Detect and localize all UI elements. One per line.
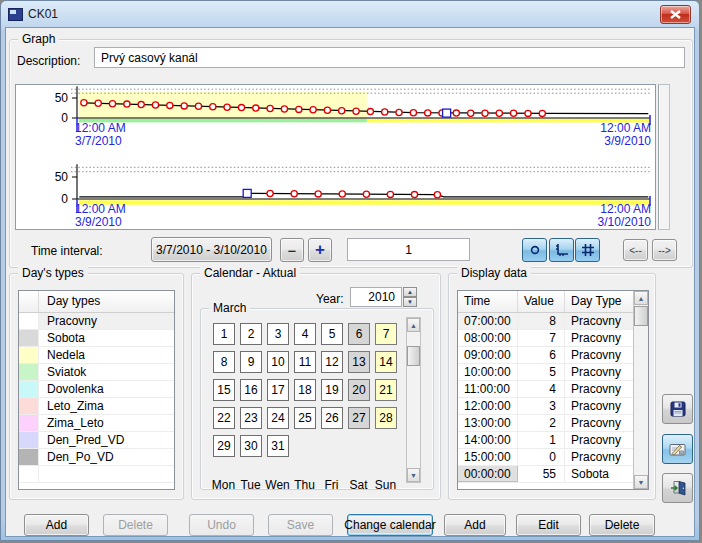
- day-type-row[interactable]: Nedela: [19, 347, 174, 364]
- calendar-day-13[interactable]: 13: [348, 351, 370, 373]
- interval-plus-button[interactable]: +: [308, 238, 332, 262]
- display-data-row[interactable]: 10:00:005Pracovny: [458, 364, 648, 381]
- calendar-day-15[interactable]: 15: [213, 379, 235, 401]
- cell-value: 5: [518, 364, 565, 380]
- calendar-day-6[interactable]: 6: [348, 323, 370, 345]
- display-scroll-up-icon[interactable]: ▲: [634, 291, 648, 305]
- day-type-row-empty[interactable]: [19, 466, 174, 483]
- display-data-row[interactable]: 07:00:008Pracovny: [458, 313, 648, 330]
- calendar-day-27[interactable]: 27: [348, 407, 370, 429]
- save-tool-button[interactable]: [662, 394, 693, 424]
- calendar-scrollbar[interactable]: ▲ ▼: [406, 317, 421, 483]
- display-data-group-label: Display data: [457, 266, 531, 280]
- calendar-day-17[interactable]: 17: [267, 379, 289, 401]
- display-data-row[interactable]: 11:00:004Pracovny: [458, 381, 648, 398]
- description-input[interactable]: Prvý casový kanál: [94, 47, 685, 68]
- day-type-row[interactable]: Leto_Zima: [19, 398, 174, 415]
- calendar-day-12[interactable]: 12: [321, 351, 343, 373]
- year-input[interactable]: 2010: [350, 287, 402, 307]
- interval-count-input[interactable]: 1: [347, 238, 470, 261]
- calendar-day-29[interactable]: 29: [213, 435, 235, 457]
- window-title: CK01: [28, 7, 58, 21]
- edit-tool-button[interactable]: [662, 434, 693, 464]
- display-data-row[interactable]: 00:00:0055Sobota: [458, 466, 648, 483]
- titlebar[interactable]: CK01: [1, 1, 699, 27]
- day-type-row[interactable]: Dovolenka: [19, 381, 174, 398]
- calendar-day-8[interactable]: 8: [213, 351, 235, 373]
- calendar-day-30[interactable]: 30: [240, 435, 262, 457]
- display-data-row[interactable]: 09:00:006Pracovny: [458, 347, 648, 364]
- exit-tool-button[interactable]: [662, 473, 693, 503]
- calendar-day-18[interactable]: 18: [294, 379, 316, 401]
- day-types-group-label: Day's types: [18, 266, 88, 280]
- svg-text:12:00 AM: 12:00 AM: [600, 121, 651, 135]
- app-icon: [8, 8, 23, 21]
- calendar-scroll-thumb[interactable]: [407, 346, 420, 366]
- calendar-day-20[interactable]: 20: [348, 379, 370, 401]
- calendar-day-19[interactable]: 19: [321, 379, 343, 401]
- calendar-scroll-down-icon[interactable]: ▼: [407, 468, 420, 482]
- cell-day-type: Pracovny: [565, 313, 635, 329]
- display-data-row[interactable]: 08:00:007Pracovny: [458, 330, 648, 347]
- calendar-save-button[interactable]: Save: [268, 514, 333, 536]
- day-type-row[interactable]: Zima_Leto: [19, 415, 174, 432]
- calendar-day-25[interactable]: 25: [294, 407, 316, 429]
- display-scroll-down-icon[interactable]: ▼: [634, 475, 648, 489]
- year-up-button[interactable]: ▲: [403, 287, 417, 297]
- calendar-day-11[interactable]: 11: [294, 351, 316, 373]
- cell-value: 55: [518, 466, 565, 482]
- calendar-day-26[interactable]: 26: [321, 407, 343, 429]
- calendar-day-7[interactable]: 7: [375, 323, 397, 345]
- day-type-row[interactable]: Pracovny: [19, 313, 174, 330]
- calendar-day-28[interactable]: 28: [375, 407, 397, 429]
- calendar-day-21[interactable]: 21: [375, 379, 397, 401]
- calendar-day-23[interactable]: 23: [240, 407, 262, 429]
- calendar-day-14[interactable]: 14: [375, 351, 397, 373]
- display-delete-button[interactable]: Delete: [589, 514, 655, 536]
- day-type-row[interactable]: Sviatok: [19, 364, 174, 381]
- toggle-markers-button[interactable]: [522, 238, 547, 262]
- display-edit-button[interactable]: Edit: [516, 514, 581, 536]
- calendar-day-31[interactable]: 31: [267, 435, 289, 457]
- chart-scrollbar[interactable]: [658, 84, 670, 230]
- interval-count-value: 1: [405, 243, 412, 257]
- display-data-row[interactable]: 13:00:002Pracovny: [458, 415, 648, 432]
- toggle-axes-button[interactable]: [549, 238, 574, 262]
- cell-value: 8: [518, 313, 565, 329]
- display-data-row[interactable]: 15:00:000Pracovny: [458, 449, 648, 466]
- close-button[interactable]: [660, 5, 691, 24]
- interval-minus-button[interactable]: −: [280, 238, 304, 262]
- calendar-day-4[interactable]: 4: [294, 323, 316, 345]
- calendar-day-3[interactable]: 3: [267, 323, 289, 345]
- display-data-scrollbar[interactable]: ▲ ▼: [633, 291, 648, 489]
- time-interval-range-button[interactable]: 3/7/2010 - 3/10/2010: [151, 237, 272, 262]
- scroll-forward-button[interactable]: -->: [652, 239, 677, 261]
- display-data-row[interactable]: 12:00:003Pracovny: [458, 398, 648, 415]
- change-calendar-button[interactable]: Change calendar: [347, 514, 433, 536]
- calendar-day-24[interactable]: 24: [267, 407, 289, 429]
- day-type-row[interactable]: Den_Pred_VD: [19, 432, 174, 449]
- day-type-row[interactable]: Den_Po_VD: [19, 449, 174, 466]
- calendar-day-9[interactable]: 9: [240, 351, 262, 373]
- day-type-name: [39, 466, 174, 482]
- day-type-delete-button[interactable]: Delete: [103, 514, 168, 536]
- display-scroll-thumb[interactable]: [634, 306, 648, 326]
- cell-time: 08:00:00: [458, 330, 518, 346]
- toggle-grid-button[interactable]: [575, 238, 600, 262]
- display-data-row[interactable]: 14:00:001Pracovny: [458, 432, 648, 449]
- svg-text:12:00 AM: 12:00 AM: [600, 202, 651, 216]
- day-type-add-button[interactable]: Add: [24, 514, 89, 536]
- display-add-button[interactable]: Add: [444, 514, 506, 536]
- calendar-day-1[interactable]: 1: [213, 323, 235, 345]
- year-down-button[interactable]: ▼: [403, 297, 417, 307]
- calendar-day-2[interactable]: 2: [240, 323, 262, 345]
- calendar-day-5[interactable]: 5: [321, 323, 343, 345]
- calendar-day-22[interactable]: 22: [213, 407, 235, 429]
- calendar-day-10[interactable]: 10: [267, 351, 289, 373]
- calendar-scroll-up-icon[interactable]: ▲: [407, 318, 420, 332]
- calendar-undo-button[interactable]: Undo: [189, 514, 254, 536]
- day-type-row[interactable]: Sobota: [19, 330, 174, 347]
- scroll-back-button[interactable]: <--: [623, 239, 648, 261]
- calendar-day-16[interactable]: 16: [240, 379, 262, 401]
- cell-time: 13:00:00: [458, 415, 518, 431]
